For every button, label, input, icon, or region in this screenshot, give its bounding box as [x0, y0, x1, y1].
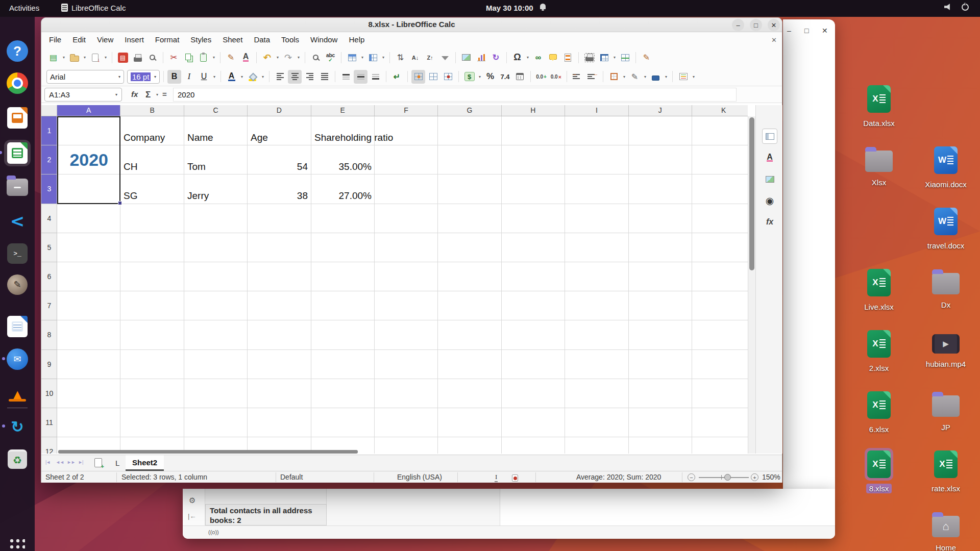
zoom-slider-track[interactable]	[699, 477, 749, 478]
cut-button[interactable]: ✂	[167, 51, 181, 64]
sidebar-styles-icon[interactable]: A	[762, 150, 777, 165]
menu-sheet[interactable]: Sheet	[217, 32, 248, 47]
font-color-dropdown[interactable]: ▾	[239, 74, 244, 79]
row-header-5[interactable]: 5	[41, 233, 57, 262]
cell-B2[interactable]: CH	[124, 160, 182, 173]
focused-app-name[interactable]: LibreOffice Calc	[71, 4, 126, 12]
menu-help[interactable]: Help	[343, 32, 370, 47]
column-header-G[interactable]: G	[438, 105, 501, 116]
select-all-corner[interactable]	[41, 105, 57, 116]
volume-icon[interactable]	[944, 4, 952, 10]
format-currency-button[interactable]: $	[462, 70, 476, 84]
desktop-icon-dx-folder[interactable]: Dx	[915, 266, 976, 310]
currency-dropdown[interactable]: ▾	[477, 74, 482, 79]
justify-button[interactable]	[317, 70, 331, 84]
dock-item-impress[interactable]	[0, 105, 35, 131]
format-date-button[interactable]	[513, 70, 527, 84]
save-dropdown[interactable]: ▾	[103, 55, 108, 60]
close-icon[interactable]: ✕	[822, 27, 828, 35]
new-document-button[interactable]: ▤	[46, 51, 60, 64]
desktop-icon-jp-folder[interactable]: JP	[915, 389, 976, 432]
align-center-button[interactable]	[288, 70, 302, 84]
dock-item-vscode[interactable]: <	[0, 208, 35, 234]
decrease-indent-button[interactable]: ←	[585, 70, 599, 84]
power-icon[interactable]	[962, 4, 969, 11]
conditional-formatting-dropdown[interactable]: ▾	[691, 74, 696, 79]
cell-E3[interactable]: 27.00%	[314, 189, 372, 203]
split-window-button[interactable]	[618, 51, 632, 64]
conditional-formatting-button[interactable]	[676, 70, 690, 84]
insert-chart-button[interactable]	[474, 51, 488, 64]
row-header-3[interactable]: 3	[41, 174, 57, 204]
redo-dropdown[interactable]: ▾	[296, 55, 301, 60]
zoom-in-button[interactable]: +	[751, 473, 758, 481]
close-document-icon[interactable]: ✕	[771, 36, 777, 44]
format-number-button[interactable]: 7.4	[498, 70, 512, 84]
print-preview-button[interactable]	[145, 51, 159, 64]
cell-C3[interactable]: Jerry	[187, 189, 246, 203]
menu-styles[interactable]: Styles	[185, 32, 217, 47]
function-wizard-button[interactable]: fx	[131, 90, 138, 98]
font-name-combo[interactable]: Arial▾	[46, 70, 124, 84]
vertical-scrollbar[interactable]	[748, 116, 755, 454]
column-header-I[interactable]: I	[565, 105, 628, 116]
align-left-button[interactable]	[273, 70, 287, 84]
close-button[interactable]: ✕	[768, 19, 780, 31]
border-style-button[interactable]: ✎	[628, 70, 642, 84]
insert-hyperlink-button[interactable]: ∞	[531, 51, 545, 64]
freeze-panes-button[interactable]	[597, 51, 611, 64]
row-header-1[interactable]: 1	[41, 116, 57, 145]
insert-mode-icon[interactable]: I	[495, 473, 498, 482]
desktop-icon-data-xlsx[interactable]: X Data.xlsx	[848, 83, 910, 128]
formula-button[interactable]: =	[162, 90, 167, 98]
insert-column-button[interactable]	[366, 51, 380, 64]
sort-button[interactable]: ⇅	[394, 51, 407, 64]
cell-D2[interactable]: 54	[251, 160, 308, 173]
sidebar-navigator-icon[interactable]: ◉	[762, 193, 777, 208]
clock[interactable]: May 30 10:00	[486, 4, 533, 12]
dock-item-gimp[interactable]: ✎	[0, 271, 35, 298]
minimize-icon[interactable]: –	[787, 27, 791, 35]
open-dropdown[interactable]: ▾	[82, 55, 87, 60]
sidebar-properties-icon[interactable]	[762, 129, 777, 144]
row-header-6[interactable]: 6	[41, 262, 57, 291]
paste-button[interactable]	[197, 51, 210, 64]
formula-input[interactable]: 2020	[173, 88, 737, 102]
maximize-button[interactable]: □	[750, 19, 762, 31]
menu-window[interactable]: Window	[305, 32, 343, 47]
desktop-icon-8-xlsx-selected[interactable]: X 8.xlsx	[848, 448, 910, 493]
activities-button[interactable]: Activities	[9, 4, 39, 12]
highlight-color-dropdown[interactable]: ▾	[260, 74, 265, 79]
desktop-icon-home-folder[interactable]: ⌂ Home	[915, 509, 976, 551]
increase-indent-button[interactable]: →	[571, 70, 584, 84]
insert-pivot-table-button[interactable]: ↻	[489, 51, 503, 64]
desktop-icon-rate-xlsx[interactable]: X rate.xlsx	[915, 448, 976, 493]
cell-D3[interactable]: 38	[251, 189, 308, 203]
column-header-E[interactable]: E	[311, 105, 375, 116]
row-header-7[interactable]: 7	[41, 291, 57, 320]
redo-button[interactable]: ↷	[281, 51, 295, 64]
desktop-icon-xlsx-folder[interactable]: Xlsx	[848, 144, 910, 187]
row-header-11[interactable]: 11	[41, 408, 57, 437]
menu-insert[interactable]: Insert	[119, 32, 150, 47]
horizontal-scrollbar-thumb[interactable]	[58, 450, 358, 454]
column-header-J[interactable]: J	[629, 105, 692, 116]
border-style-dropdown[interactable]: ▾	[643, 74, 648, 79]
align-right-button[interactable]	[303, 70, 316, 84]
cell-B3[interactable]: SG	[124, 189, 182, 203]
cell-E2[interactable]: 35.00%	[314, 160, 372, 173]
column-header-F[interactable]: F	[375, 105, 438, 116]
row-header-12[interactable]: 12	[41, 437, 57, 454]
row-header-10[interactable]: 10	[41, 379, 57, 408]
merge-cells-button[interactable]	[426, 70, 440, 84]
special-character-dropdown[interactable]: ▾	[525, 55, 530, 60]
dock-item-writer[interactable]	[0, 313, 35, 340]
column-header-H[interactable]: H	[502, 105, 565, 116]
insert-image-button[interactable]	[459, 51, 473, 64]
border-color-button[interactable]	[649, 70, 663, 84]
sort-ascending-button[interactable]: A↓	[408, 51, 422, 64]
sheet-tab-L[interactable]: L	[109, 455, 126, 471]
zoom-out-button[interactable]: −	[688, 473, 695, 481]
column-header-B[interactable]: B	[120, 105, 184, 116]
desktop-icon-6-xlsx[interactable]: X 6.xlsx	[848, 389, 910, 434]
